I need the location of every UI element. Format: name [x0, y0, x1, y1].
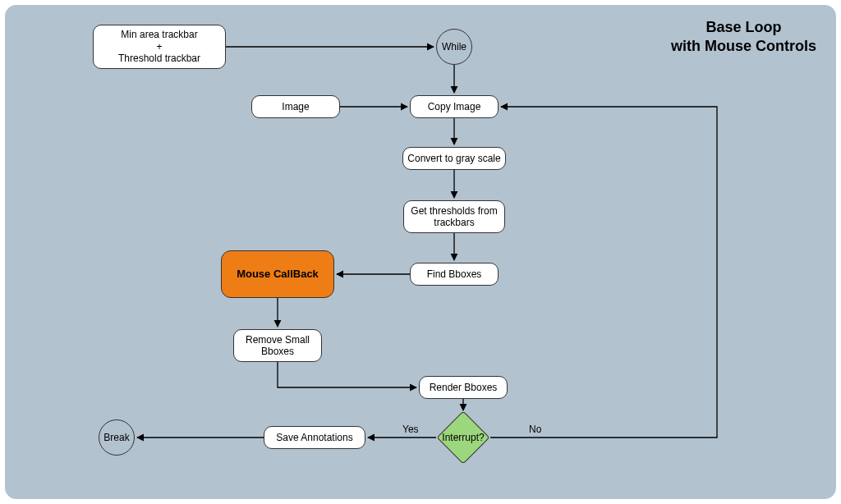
node-image-label: Image [282, 101, 309, 112]
node-save-annotations: Save Annotations [264, 426, 365, 449]
edge-label-yes: Yes [402, 424, 419, 435]
node-render-bboxes: Render Bboxes [419, 376, 508, 399]
node-trackbars: Min area trackbar + Threshold trackbar [93, 25, 226, 69]
node-image: Image [251, 95, 340, 118]
diagram-title: Base Loop with Mouse Controls [671, 18, 816, 55]
node-thresholds: Get thresholds from trackbars [403, 200, 505, 233]
node-while: While [436, 29, 472, 65]
node-while-label: While [442, 41, 466, 53]
node-thresholds-line2: trackbars [434, 217, 474, 228]
title-line-1: Base Loop [705, 19, 781, 35]
node-mouse-callback: Mouse CallBack [221, 250, 334, 298]
node-remove-small-line1: Remove Small [246, 334, 310, 346]
node-break-label: Break [103, 432, 129, 443]
node-copy-image: Copy Image [410, 95, 499, 118]
node-trackbars-text: Min area trackbar + Threshold trackbar [118, 29, 200, 64]
node-gray: Convert to gray scale [402, 147, 506, 170]
node-remove-small: Remove Small Bboxes [233, 329, 322, 362]
node-trackbars-line1: Min area trackbar [121, 29, 197, 40]
node-remove-small-text: Remove Small Bboxes [246, 334, 310, 358]
node-decision-interrupt: Interrupt? [444, 419, 482, 456]
node-thresholds-line1: Get thresholds from [411, 205, 497, 217]
node-break: Break [99, 419, 135, 456]
node-mouse-callback-label: Mouse CallBack [237, 268, 319, 281]
node-find-bboxes: Find Bboxes [410, 263, 499, 286]
node-find-bboxes-label: Find Bboxes [427, 268, 482, 280]
node-save-annotations-label: Save Annotations [276, 432, 352, 443]
node-gray-label: Convert to gray scale [407, 153, 500, 164]
node-render-bboxes-label: Render Bboxes [430, 382, 498, 393]
node-thresholds-text: Get thresholds from trackbars [411, 205, 497, 229]
node-decision-label: Interrupt? [428, 419, 499, 456]
node-remove-small-line2: Bboxes [261, 346, 294, 357]
node-trackbars-line3: Threshold trackbar [118, 53, 200, 64]
node-trackbars-line2: + [156, 41, 162, 53]
title-line-2: with Mouse Controls [671, 38, 816, 54]
edge-label-no: No [529, 424, 541, 435]
node-copy-image-label: Copy Image [428, 101, 481, 112]
